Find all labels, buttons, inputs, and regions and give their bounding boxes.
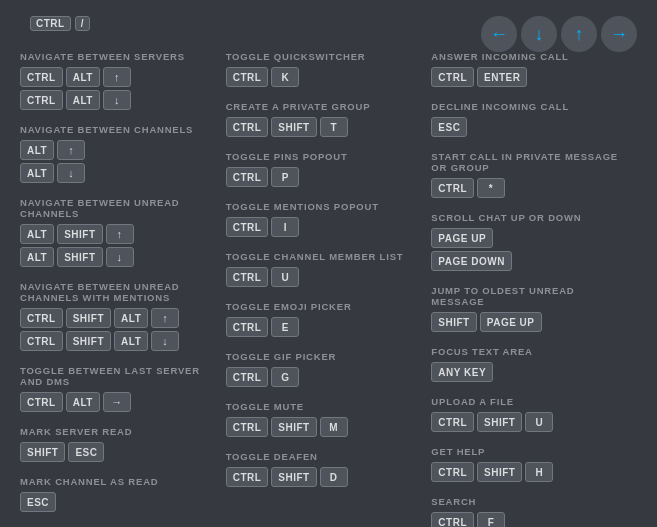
key-1-5-0-0: CTRL — [226, 317, 269, 337]
section-0-0: NAVIGATE BETWEEN SERVERSCTRLALT↑CTRLALT↓ — [20, 51, 216, 110]
keys-row-1-6-0: CTRLG — [226, 367, 422, 387]
section-label-2-1: DECLINE INCOMING CALL — [431, 101, 627, 112]
keys-row-1-8-0: CTRLSHIFTD — [226, 467, 422, 487]
key-1-4-0-0: CTRL — [226, 267, 269, 287]
keys-row-1-2-0: CTRLP — [226, 167, 422, 187]
keys-row-1-1-0: CTRLSHIFTT — [226, 117, 422, 137]
section-2-5: FOCUS TEXT AREAANY KEY — [431, 346, 627, 382]
key-2-7-0-1: SHIFT — [477, 462, 522, 482]
section-label-2-4: JUMP TO OLDEST UNREAD MESSAGE — [431, 285, 627, 307]
section-label-2-7: GET HELP — [431, 446, 627, 457]
header-badge-slash: / — [75, 16, 90, 31]
section-2-4: JUMP TO OLDEST UNREAD MESSAGESHIFTPAGE U… — [431, 285, 627, 332]
key-1-8-0-1: SHIFT — [271, 467, 316, 487]
key-0-2-1-1: SHIFT — [57, 247, 102, 267]
columns-container: NAVIGATE BETWEEN SERVERSCTRLALT↑CTRLALT↓… — [20, 51, 637, 527]
key-0-3-1-0: CTRL — [20, 331, 63, 351]
section-1-6: TOGGLE GIF PICKERCTRLG — [226, 351, 422, 387]
section-0-4: TOGGLE BETWEEN LAST SERVER AND DMSCTRLAL… — [20, 365, 216, 412]
key-0-5-0-1: ESC — [68, 442, 104, 462]
key-0-3-0-1: SHIFT — [66, 308, 111, 328]
arrow-up-button[interactable]: ↑ — [561, 16, 597, 52]
keys-row-2-0-0: CTRLENTER — [431, 67, 627, 87]
section-label-1-8: TOGGLE DEAFEN — [226, 451, 422, 462]
key-0-3-0-3: ↑ — [151, 308, 179, 328]
section-label-2-5: FOCUS TEXT AREA — [431, 346, 627, 357]
keys-row-2-3-1: PAGE DOWN — [431, 251, 627, 271]
section-2-6: UPLOAD A FILECTRLSHIFTU — [431, 396, 627, 432]
keys-row-0-0-0: CTRLALT↑ — [20, 67, 216, 87]
keys-row-0-5-0: SHIFTESC — [20, 442, 216, 462]
section-2-2: START CALL IN PRIVATE MESSAGE OR GROUPCT… — [431, 151, 627, 198]
key-1-0-0-1: K — [271, 67, 299, 87]
key-0-3-0-2: ALT — [114, 308, 148, 328]
section-1-8: TOGGLE DEAFENCTRLSHIFTD — [226, 451, 422, 487]
key-1-1-0-1: SHIFT — [271, 117, 316, 137]
key-1-1-0-0: CTRL — [226, 117, 269, 137]
key-2-0-0-0: CTRL — [431, 67, 474, 87]
header-badge-ctrl: CTRL — [30, 16, 71, 31]
key-0-5-0-0: SHIFT — [20, 442, 65, 462]
keys-row-0-2-0: ALTSHIFT↑ — [20, 224, 216, 244]
key-1-5-0-1: E — [271, 317, 299, 337]
keys-row-1-7-0: CTRLSHIFTM — [226, 417, 422, 437]
key-1-4-0-1: U — [271, 267, 299, 287]
section-1-7: TOGGLE MUTECTRLSHIFTM — [226, 401, 422, 437]
section-label-0-1: NAVIGATE BETWEEN CHANNELS — [20, 124, 216, 135]
keys-row-1-3-0: CTRLI — [226, 217, 422, 237]
section-label-1-2: TOGGLE PINS POPOUT — [226, 151, 422, 162]
section-1-0: TOGGLE QUICKSWITCHERCTRLK — [226, 51, 422, 87]
section-label-1-6: TOGGLE GIF PICKER — [226, 351, 422, 362]
section-2-8: SEARCHCTRLF — [431, 496, 627, 527]
key-2-1-0-0: ESC — [431, 117, 467, 137]
key-1-7-0-0: CTRL — [226, 417, 269, 437]
key-0-1-0-0: ALT — [20, 140, 54, 160]
keys-row-2-6-0: CTRLSHIFTU — [431, 412, 627, 432]
keys-row-2-8-0: CTRLF — [431, 512, 627, 527]
section-label-0-0: NAVIGATE BETWEEN SERVERS — [20, 51, 216, 62]
key-0-1-1-0: ALT — [20, 163, 54, 183]
section-label-1-4: TOGGLE CHANNEL MEMBER LIST — [226, 251, 422, 262]
key-0-2-0-2: ↑ — [106, 224, 134, 244]
arrow-right-button[interactable]: → — [601, 16, 637, 52]
keys-row-0-3-1: CTRLSHIFTALT↓ — [20, 331, 216, 351]
section-0-6: MARK CHANNEL AS READESC — [20, 476, 216, 512]
section-label-2-8: SEARCH — [431, 496, 627, 507]
keys-row-2-5-0: ANY KEY — [431, 362, 627, 382]
key-2-8-0-0: CTRL — [431, 512, 474, 527]
header-badges: CTRL / — [30, 16, 90, 31]
key-0-4-0-1: ALT — [66, 392, 100, 412]
keys-row-0-2-1: ALTSHIFT↓ — [20, 247, 216, 267]
section-1-5: TOGGLE EMOJI PICKERCTRLE — [226, 301, 422, 337]
key-2-7-0-0: CTRL — [431, 462, 474, 482]
keys-row-2-4-0: SHIFTPAGE UP — [431, 312, 627, 332]
arrow-down-button[interactable]: ↓ — [521, 16, 557, 52]
section-2-3: SCROLL CHAT UP OR DOWNPAGE UPPAGE DOWN — [431, 212, 627, 271]
keys-row-2-2-0: CTRL* — [431, 178, 627, 198]
key-0-4-0-0: CTRL — [20, 392, 63, 412]
key-0-0-0-1: ALT — [66, 67, 100, 87]
section-label-1-1: CREATE A PRIVATE GROUP — [226, 101, 422, 112]
column-1: TOGGLE QUICKSWITCHERCTRLKCREATE A PRIVAT… — [226, 51, 432, 527]
key-0-2-0-0: ALT — [20, 224, 54, 244]
arrow-navigation: ← ↓ ↑ → — [481, 16, 637, 52]
section-1-1: CREATE A PRIVATE GROUPCTRLSHIFTT — [226, 101, 422, 137]
key-2-5-0-0: ANY KEY — [431, 362, 493, 382]
key-0-6-0-0: ESC — [20, 492, 56, 512]
section-0-5: MARK SERVER READSHIFTESC — [20, 426, 216, 462]
main-container: CTRL / ← ↓ ↑ → NAVIGATE BETWEEN SERVERSC… — [0, 0, 657, 527]
keys-row-0-3-0: CTRLSHIFTALT↑ — [20, 308, 216, 328]
key-0-0-0-0: CTRL — [20, 67, 63, 87]
arrow-left-button[interactable]: ← — [481, 16, 517, 52]
column-0: NAVIGATE BETWEEN SERVERSCTRLALT↑CTRLALT↓… — [20, 51, 226, 527]
section-0-1: NAVIGATE BETWEEN CHANNELSALT↑ALT↓ — [20, 124, 216, 183]
key-2-6-0-1: SHIFT — [477, 412, 522, 432]
section-label-2-0: ANSWER INCOMING CALL — [431, 51, 627, 62]
key-2-6-0-2: U — [525, 412, 553, 432]
section-2-1: DECLINE INCOMING CALLESC — [431, 101, 627, 137]
key-2-4-0-0: SHIFT — [431, 312, 476, 332]
section-label-0-6: MARK CHANNEL AS READ — [20, 476, 216, 487]
section-label-0-5: MARK SERVER READ — [20, 426, 216, 437]
section-label-1-7: TOGGLE MUTE — [226, 401, 422, 412]
keys-row-0-1-1: ALT↓ — [20, 163, 216, 183]
